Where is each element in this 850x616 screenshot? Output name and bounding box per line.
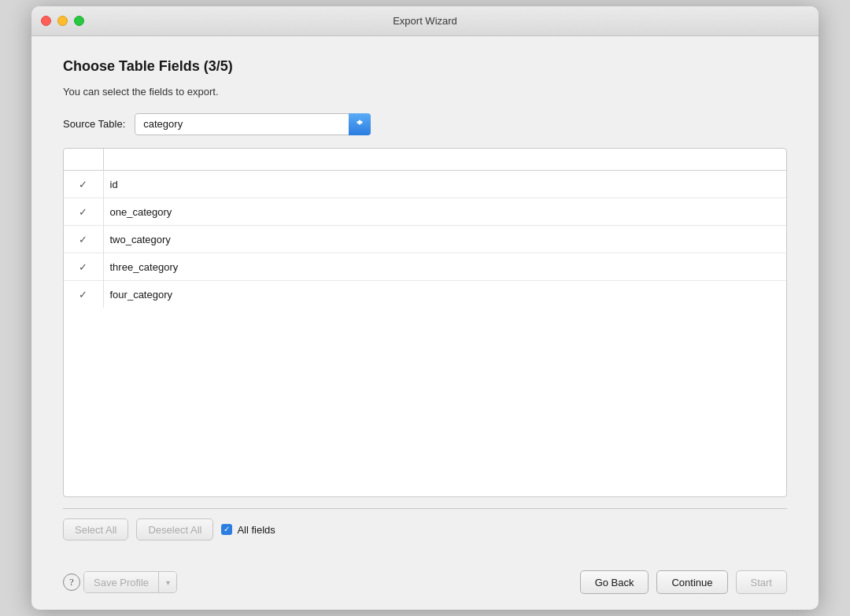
titlebar-controls <box>41 16 84 26</box>
field-checkbox-cell[interactable]: ✓ <box>64 198 103 226</box>
start-button[interactable]: Start <box>736 570 787 594</box>
field-name-cell: one_category <box>103 198 786 226</box>
check-mark-icon: ✓ <box>79 179 87 190</box>
bottom-toolbar: Select All Deselect All All fields <box>63 508 787 544</box>
window-title: Export Wizard <box>393 15 457 27</box>
source-table-select[interactable]: category <box>135 113 371 135</box>
help-button[interactable]: ? <box>63 574 80 591</box>
minimize-button[interactable] <box>57 16 68 26</box>
table-header-row <box>64 149 786 171</box>
all-fields-label: All fields <box>237 524 275 536</box>
maximize-button[interactable] <box>74 16 84 26</box>
check-mark-icon: ✓ <box>79 289 87 301</box>
empty-area <box>64 308 786 496</box>
page-description: You can select the fields to export. <box>63 86 787 98</box>
table-row: ✓ four_category <box>64 281 786 308</box>
table-row: ✓ one_category <box>64 198 786 226</box>
table-row: ✓ two_category <box>64 226 786 253</box>
export-wizard-window: Export Wizard Choose Table Fields (3/5) … <box>31 6 819 610</box>
field-checkbox-cell[interactable]: ✓ <box>64 226 103 253</box>
field-checkbox-cell[interactable]: ✓ <box>64 281 103 308</box>
table-row: ✓ id <box>64 171 786 198</box>
field-name-cell: two_category <box>103 226 786 253</box>
field-name-cell: four_category <box>103 281 786 308</box>
save-profile-dropdown-button[interactable]: ▾ <box>159 572 176 592</box>
field-name-cell: id <box>103 171 786 198</box>
select-all-button[interactable]: Select All <box>63 518 128 540</box>
field-name-column-header <box>103 149 786 171</box>
check-mark-icon: ✓ <box>79 206 87 218</box>
titlebar: Export Wizard <box>31 6 819 36</box>
field-name-cell: three_category <box>103 253 786 281</box>
footer-right: Go Back Continue Start <box>580 570 787 594</box>
source-table-select-wrapper: category <box>135 113 371 135</box>
page-title: Choose Table Fields (3/5) <box>63 58 787 75</box>
fields-table: ✓ id ✓ one_category ✓ two_category ✓ <box>64 149 786 308</box>
check-mark-icon: ✓ <box>79 234 87 245</box>
checkbox-column-header <box>64 149 103 171</box>
save-profile-main-button[interactable]: Save Profile <box>84 572 159 592</box>
close-button[interactable] <box>41 16 51 26</box>
go-back-button[interactable]: Go Back <box>580 570 649 594</box>
continue-button[interactable]: Continue <box>656 570 727 594</box>
source-table-label: Source Table: <box>63 118 125 130</box>
table-row: ✓ three_category <box>64 253 786 281</box>
all-fields-checkbox[interactable] <box>221 524 232 535</box>
deselect-all-button[interactable]: Deselect All <box>136 518 213 540</box>
source-table-row: Source Table: category <box>63 113 787 135</box>
footer-left: ? Save Profile ▾ <box>63 571 177 593</box>
all-fields-checkbox-row: All fields <box>221 524 275 536</box>
main-content: Choose Table Fields (3/5) You can select… <box>31 36 819 560</box>
save-profile-button-group: Save Profile ▾ <box>83 571 177 593</box>
footer: ? Save Profile ▾ Go Back Continue Start <box>31 559 819 610</box>
field-checkbox-cell[interactable]: ✓ <box>64 171 103 198</box>
check-mark-icon: ✓ <box>79 261 87 273</box>
fields-table-container: ✓ id ✓ one_category ✓ two_category ✓ <box>63 148 787 498</box>
field-checkbox-cell[interactable]: ✓ <box>64 253 103 281</box>
